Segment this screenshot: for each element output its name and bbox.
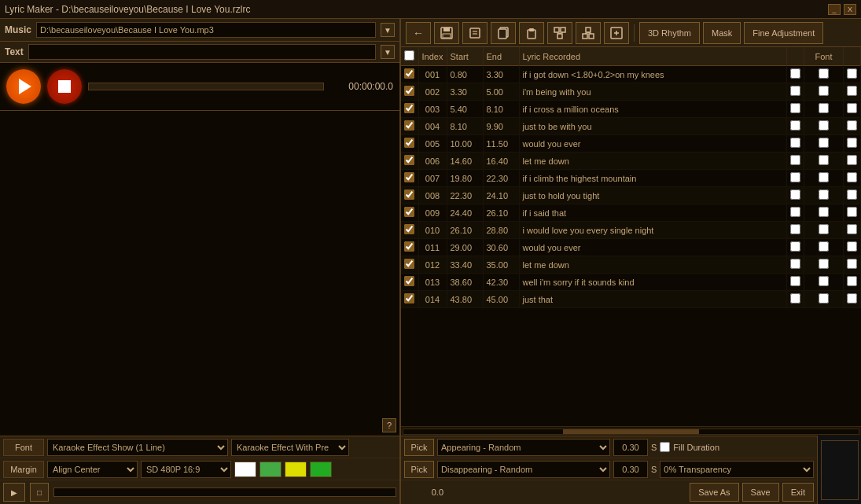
row-last-checkbox[interactable] — [847, 207, 857, 217]
exit-button[interactable]: Exit — [782, 483, 814, 502]
row-checkbox[interactable] — [404, 207, 414, 217]
color-white[interactable] — [234, 462, 256, 477]
row-font-checkbox1[interactable] — [790, 259, 800, 269]
row-font-checkbox1[interactable] — [790, 224, 800, 234]
row-font-checkbox2[interactable] — [819, 259, 829, 269]
row-last-checkbox[interactable] — [847, 120, 857, 131]
text-input[interactable] — [28, 44, 376, 60]
font-effect2-select[interactable]: Karaoke Effect With Pre — [231, 439, 349, 456]
hscroll-thumb[interactable] — [563, 429, 700, 434]
row-font-checkbox1[interactable] — [790, 120, 800, 131]
row-checkbox[interactable] — [404, 172, 414, 182]
row-font-checkbox2[interactable] — [819, 276, 829, 286]
row-font-checkbox1[interactable] — [790, 138, 800, 148]
split-icon-button[interactable] — [576, 22, 601, 44]
row-font-checkbox1[interactable] — [790, 241, 800, 252]
edit-icon-button[interactable] — [462, 22, 488, 44]
row-font-checkbox2[interactable] — [819, 224, 829, 234]
play-button[interactable] — [6, 69, 41, 104]
dur1-input[interactable] — [613, 439, 648, 456]
fine-adjustment-button[interactable]: Fine Adjustment — [744, 22, 823, 44]
color-yellow[interactable] — [285, 462, 307, 477]
mask-button[interactable]: Mask — [703, 22, 741, 44]
row-last-checkbox[interactable] — [847, 276, 857, 286]
row-last-checkbox[interactable] — [847, 241, 857, 252]
progress-bar[interactable] — [88, 83, 324, 90]
row-checkbox[interactable] — [404, 103, 414, 113]
row-checkbox[interactable] — [404, 224, 414, 234]
row-checkbox[interactable] — [404, 259, 414, 269]
row-font-checkbox2[interactable] — [819, 103, 829, 113]
save-button[interactable]: Save — [742, 483, 779, 502]
save-as-button[interactable]: Save As — [690, 483, 738, 502]
row-last-checkbox[interactable] — [847, 293, 857, 304]
text-browse-button[interactable]: ▼ — [381, 45, 395, 59]
row-checkbox[interactable] — [404, 120, 414, 131]
font-effect-select[interactable]: Karaoke Effect Show (1 Line) — [47, 439, 228, 456]
row-font-checkbox2[interactable] — [819, 86, 829, 96]
extra-icon-button[interactable] — [604, 22, 629, 44]
color-green[interactable] — [259, 462, 281, 477]
resolution-select[interactable]: SD 480P 16:9 — [141, 461, 231, 478]
row-font-checkbox2[interactable] — [819, 120, 829, 131]
row-last-checkbox[interactable] — [847, 138, 857, 148]
copy-icon-button[interactable] — [491, 22, 516, 44]
row-last-checkbox[interactable] — [847, 86, 857, 96]
dur2-input[interactable] — [613, 461, 648, 478]
row-checkbox[interactable] — [404, 155, 414, 165]
row-font-checkbox1[interactable] — [790, 293, 800, 304]
align-select[interactable]: Align Center — [47, 461, 138, 478]
bottom-progress-bar[interactable] — [53, 487, 396, 497]
pick2-button[interactable]: Pick — [404, 461, 434, 478]
stop-button[interactable] — [47, 69, 82, 104]
music-path-input[interactable] — [36, 22, 376, 38]
appearing-effect-select[interactable]: Appearing - Random — [437, 439, 610, 456]
transport-stop-small[interactable]: □ — [30, 483, 49, 502]
row-checkbox[interactable] — [404, 241, 414, 252]
row-checkbox[interactable] — [404, 86, 414, 96]
row-checkbox[interactable] — [404, 293, 414, 304]
row-font-checkbox1[interactable] — [790, 189, 800, 200]
row-last-checkbox[interactable] — [847, 103, 857, 113]
row-checkbox[interactable] — [404, 189, 414, 200]
row-checkbox[interactable] — [404, 276, 414, 286]
row-font-checkbox2[interactable] — [819, 172, 829, 182]
row-font-checkbox2[interactable] — [819, 207, 829, 217]
row-font-checkbox2[interactable] — [819, 241, 829, 252]
color-darkgreen[interactable] — [310, 462, 332, 477]
row-checkbox[interactable] — [404, 138, 414, 148]
row-font-checkbox1[interactable] — [790, 276, 800, 286]
3d-rhythm-button[interactable]: 3D Rhythm — [639, 22, 700, 44]
merge-icon-button[interactable] — [547, 22, 572, 44]
row-font-checkbox2[interactable] — [819, 155, 829, 165]
select-all-checkbox[interactable] — [404, 50, 414, 61]
row-last-checkbox[interactable] — [847, 68, 857, 79]
row-last-checkbox[interactable] — [847, 155, 857, 165]
transparency-select[interactable]: 0% Transparency — [660, 461, 814, 478]
row-font-checkbox1[interactable] — [790, 155, 800, 165]
row-font-checkbox1[interactable] — [790, 86, 800, 96]
row-checkbox[interactable] — [404, 68, 414, 79]
hscroll-track[interactable] — [403, 429, 859, 435]
back-arrow-button[interactable]: ← — [406, 22, 431, 44]
row-font-checkbox2[interactable] — [819, 68, 829, 79]
save-icon-button[interactable] — [434, 22, 459, 44]
disappearing-effect-select[interactable]: Disappearing - Random — [437, 461, 610, 478]
row-last-checkbox[interactable] — [847, 224, 857, 234]
row-last-checkbox[interactable] — [847, 259, 857, 269]
help-button[interactable]: ? — [382, 418, 396, 432]
row-font-checkbox2[interactable] — [819, 293, 829, 304]
row-font-checkbox1[interactable] — [790, 68, 800, 79]
row-font-checkbox2[interactable] — [819, 189, 829, 200]
row-font-checkbox1[interactable] — [790, 172, 800, 182]
lyric-table-container[interactable]: Index Start End Lyric Recorded Font 001 … — [401, 47, 861, 426]
fill-duration-checkbox[interactable] — [660, 442, 670, 452]
row-last-checkbox[interactable] — [847, 189, 857, 200]
row-font-checkbox2[interactable] — [819, 138, 829, 148]
minimize-button[interactable]: _ — [828, 4, 841, 15]
transport-play-small[interactable]: ▶ — [3, 483, 25, 502]
row-font-checkbox1[interactable] — [790, 103, 800, 113]
music-browse-button[interactable]: ▼ — [381, 23, 395, 37]
close-button[interactable]: X — [844, 4, 856, 15]
pick1-button[interactable]: Pick — [404, 439, 434, 456]
